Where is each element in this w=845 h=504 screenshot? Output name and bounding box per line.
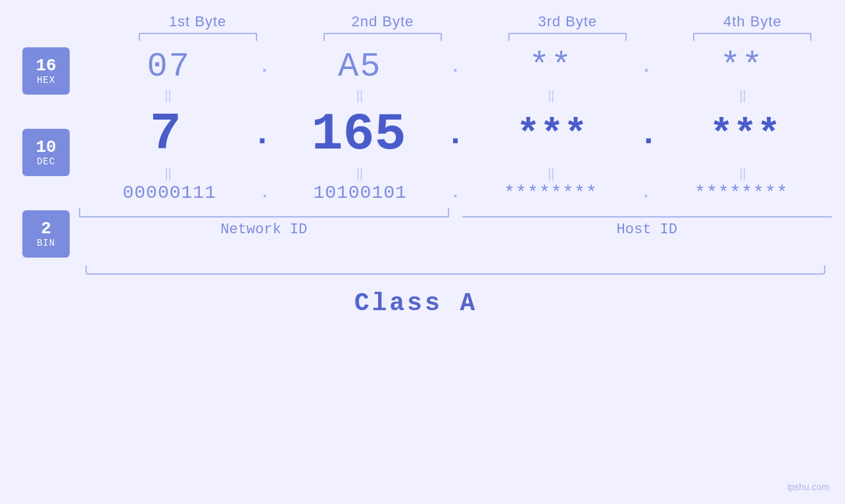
hex-badge: 16 HEX — [22, 47, 70, 95]
dec-row: 7 . 165 . *** . *** — [79, 104, 832, 164]
dec-cell-2: 165 — [272, 104, 446, 164]
dec-dot-2: . — [445, 118, 465, 151]
sep-row-2: || || || || — [79, 164, 832, 183]
hex-cell-1: 07 — [79, 47, 259, 86]
triple-row-container: 16 HEX 10 DEC 2 BIN 07 . — [0, 47, 845, 258]
bin-dot-1: . — [260, 185, 269, 201]
bin-badge: 2 BIN — [22, 210, 70, 258]
host-id-bracket — [462, 216, 833, 218]
hex-cell-4: ** — [652, 47, 832, 86]
byte1-header: 1st Byte — [105, 13, 290, 30]
byte-headers: 1st Byte 2nd Byte 3rd Byte 4th Byte — [0, 13, 845, 30]
bin-cell-4: ******** — [651, 183, 832, 203]
full-bottom-bracket-container — [85, 264, 838, 280]
byte2-header: 2nd Byte — [290, 13, 475, 30]
top-brackets — [0, 33, 845, 41]
class-label: Class A — [354, 289, 478, 317]
id-labels: Network ID Host ID — [79, 221, 832, 238]
sep-row-1: || || || || — [79, 86, 832, 104]
hex-dot-1: . — [259, 58, 270, 76]
network-id-bracket — [79, 208, 449, 218]
dec-badge: 10 DEC — [22, 129, 70, 176]
top-bracket-4 — [693, 33, 811, 41]
dec-cell-3: *** — [466, 112, 639, 157]
dec-cell-4: *** — [658, 112, 832, 157]
bin-dot-3: . — [641, 185, 650, 201]
watermark: ipshu.com — [787, 482, 829, 492]
dec-dot-3: . — [639, 118, 658, 151]
main-container: 1st Byte 2nd Byte 3rd Byte 4th Byte 16 H… — [0, 0, 845, 504]
class-label-row: Class A — [0, 289, 845, 317]
base-col: 16 HEX 10 DEC 2 BIN — [13, 47, 79, 258]
byte4-header: 4th Byte — [660, 13, 845, 30]
hex-cell-3: ** — [461, 47, 641, 86]
network-id-label: Network ID — [79, 221, 449, 238]
hex-dot-3: . — [641, 58, 652, 76]
top-bracket-2 — [324, 33, 442, 41]
dec-dot-1: . — [253, 118, 272, 151]
bin-cell-2: 10100101 — [270, 183, 450, 203]
hex-dot-2: . — [450, 58, 461, 76]
host-id-section — [462, 216, 833, 218]
bin-cell-3: ******** — [460, 183, 641, 203]
hex-cell-2: A5 — [270, 47, 450, 86]
bin-dot-2: . — [450, 185, 460, 201]
byte3-header: 3rd Byte — [475, 13, 660, 30]
top-bracket-3 — [508, 33, 627, 41]
full-bottom-bracket — [85, 265, 825, 275]
data-cols: 07 . A5 . ** . ** || || — [79, 47, 832, 258]
host-id-label: Host ID — [462, 221, 833, 238]
hex-row: 07 . A5 . ** . ** — [79, 47, 832, 86]
bin-row: 00000111 . 10100101 . ******** . *******… — [79, 183, 832, 203]
network-id-section — [79, 208, 449, 218]
dec-cell-1: 7 — [79, 104, 253, 164]
top-bracket-1 — [139, 33, 257, 41]
bin-cell-1: 00000111 — [79, 183, 260, 203]
bottom-id-section — [79, 208, 832, 218]
